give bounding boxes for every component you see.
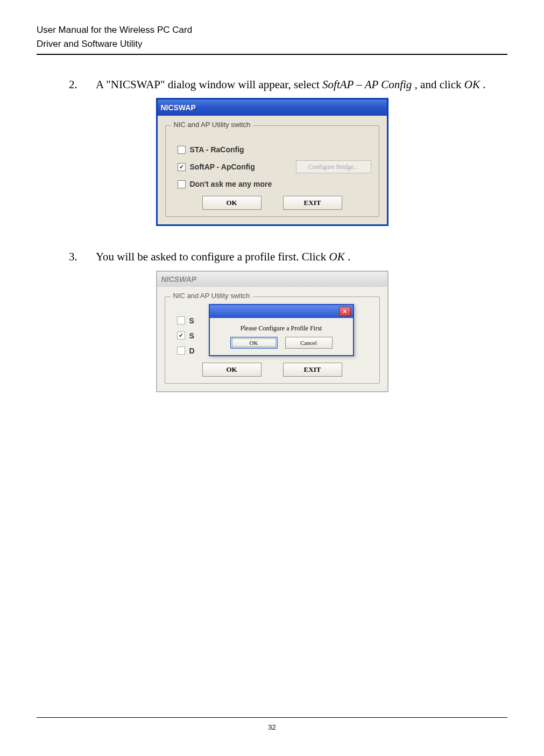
- nic-ap-groupbox: NIC and AP Utility switch STA - RaConfig…: [165, 125, 379, 217]
- configure-bridge-button: Configure Bridge...: [296, 160, 371, 173]
- opt-dontask-label-trunc: D: [189, 347, 195, 355]
- step-2-text-mid: , and click: [415, 78, 464, 91]
- nicswap-inactive-titlebar: NICSWAP: [157, 272, 387, 287]
- nic-ap-groupbox-legend: NIC and AP Utility switch: [171, 121, 253, 129]
- opt-softap-label-trunc: S: [189, 331, 194, 340]
- header-rule: [37, 54, 507, 55]
- ok-button[interactable]: OK: [202, 196, 262, 210]
- footer-rule: [37, 717, 507, 718]
- nicswap-body: NIC and AP Utility switch STA - RaConfig…: [158, 116, 387, 224]
- step-2-em-ok: OK: [464, 78, 480, 91]
- step-3-body: You will be asked to configure a profile…: [96, 249, 507, 265]
- opt-dontask-label: Don't ask me any more: [190, 180, 272, 188]
- ok-button-inactive: OK: [202, 363, 262, 377]
- nicswap-dialog: NICSWAP NIC and AP Utility switch STA - …: [156, 98, 388, 226]
- opt-dontask-row: Don't ask me any more: [178, 180, 371, 188]
- step-2-number: 2.: [69, 76, 81, 93]
- checkbox-dontask-inactive: [177, 347, 185, 355]
- step-2-body: A "NICSWAP" dialog window will appear, s…: [96, 76, 507, 93]
- step-3-text-pre: You will be asked to configure a profile…: [96, 250, 329, 263]
- step-3-em-ok: OK: [329, 250, 345, 263]
- checkbox-softap-inactive: [177, 331, 185, 340]
- opt-sta-label-trunc: S: [189, 316, 194, 325]
- nicswap-title: NICSWAP: [161, 103, 196, 112]
- checkbox-sta-inactive: [177, 316, 185, 324]
- checkbox-dontask[interactable]: [178, 180, 186, 188]
- footer: 32: [37, 717, 507, 731]
- step-3-number: 3.: [69, 249, 81, 265]
- step-2: 2. A "NICSWAP" dialog window will appear…: [69, 76, 507, 93]
- popup-message: Please Configure a Profile First: [210, 318, 353, 337]
- step-3-text-post: .: [348, 250, 350, 263]
- nic-ap-groupbox-legend-inactive: NIC and AP Utility switch: [171, 292, 253, 300]
- opt-sta-label: STA - RaConfig: [190, 145, 244, 154]
- configure-profile-popup: × Please Configure a Profile First OK Ca…: [209, 304, 354, 356]
- opt-softap-label: SoftAP - ApConfig: [190, 162, 255, 171]
- opt-softap-row: SoftAP - ApConfig Configure Bridge...: [178, 160, 371, 173]
- exit-button[interactable]: EXIT: [283, 196, 342, 210]
- popup-titlebar[interactable]: ×: [210, 305, 353, 318]
- nicswap-titlebar[interactable]: NICSWAP: [158, 100, 387, 116]
- figure-nicswap-dialog: NICSWAP NIC and AP Utility switch STA - …: [37, 98, 507, 226]
- header-line-1: User Manual for the Wireless PC Card: [37, 25, 507, 36]
- popup-cancel-button[interactable]: Cancel: [285, 337, 333, 349]
- header-line-2: Driver and Software Utility: [37, 39, 507, 50]
- step-2-text-post: .: [483, 78, 485, 91]
- nicswap-button-row: OK EXIT: [173, 196, 371, 210]
- checkbox-softap[interactable]: [178, 163, 186, 171]
- nicswap-inactive-title: NICSWAP: [161, 275, 196, 284]
- exit-button-inactive: EXIT: [283, 363, 342, 377]
- popup-button-row: OK Cancel: [210, 337, 353, 355]
- nicswap-inactive-dialog: NICSWAP NIC and AP Utility switch S S D: [156, 271, 388, 392]
- figure-configure-profile-popup: NICSWAP NIC and AP Utility switch S S D: [37, 271, 507, 392]
- close-icon[interactable]: ×: [339, 307, 351, 316]
- page-number: 32: [37, 723, 507, 731]
- step-2-text-pre: A "NICSWAP" dialog window will appear, s…: [96, 78, 322, 91]
- step-2-em-softap: SoftAP – AP Config: [322, 78, 412, 91]
- nicswap-inactive-button-row: OK EXIT: [173, 363, 372, 377]
- opt-sta-row: STA - RaConfig: [178, 145, 371, 154]
- popup-ok-button[interactable]: OK: [230, 337, 278, 349]
- checkbox-sta[interactable]: [178, 146, 186, 154]
- step-3: 3. You will be asked to configure a prof…: [69, 249, 507, 265]
